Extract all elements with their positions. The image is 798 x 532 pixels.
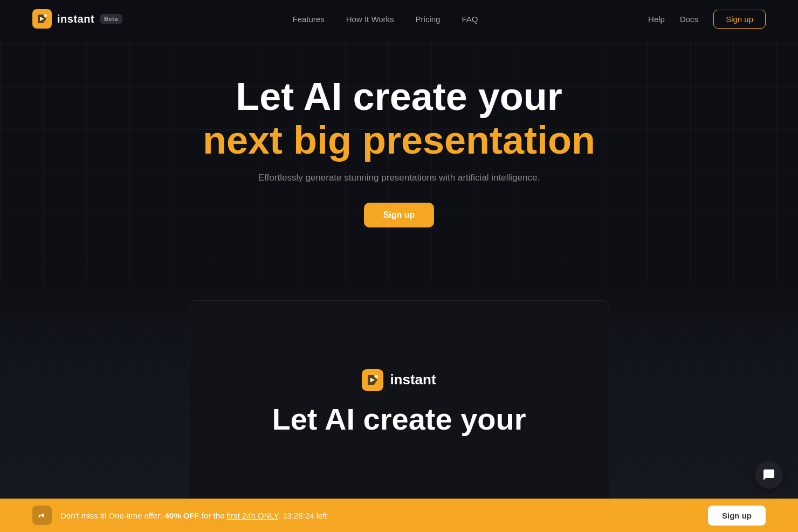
nav-link-pricing[interactable]: Pricing xyxy=(416,15,441,24)
chat-widget-button[interactable] xyxy=(755,461,783,489)
preview-box: instant Let AI create your xyxy=(189,300,609,505)
logo-text: instant xyxy=(57,13,94,25)
preview-logo-area: instant xyxy=(362,369,436,391)
notif-bold: 40% OFF xyxy=(164,511,199,520)
nav-help-link[interactable]: Help xyxy=(648,15,665,24)
notif-text-before: Don't miss it! One-time offer: xyxy=(60,511,164,520)
nav-signup-button[interactable]: Sign up xyxy=(713,10,766,29)
svg-point-3 xyxy=(375,375,379,378)
chat-icon xyxy=(762,468,775,481)
beta-badge: Beta xyxy=(100,14,122,24)
notification-signup-button[interactable]: Sign up xyxy=(708,506,766,526)
svg-point-1 xyxy=(44,14,47,17)
notification-text: Don't miss it! One-time offer: 40% OFF f… xyxy=(60,511,327,520)
hero-subtitle: Effortlessly generate stunning presentat… xyxy=(258,172,540,183)
notif-timer: 13:28:24 left xyxy=(283,511,327,520)
nav-link-how-it-works[interactable]: How It Works xyxy=(346,15,394,24)
notification-left: Don't miss it! One-time offer: 40% OFF f… xyxy=(32,506,327,525)
hero-cta-button[interactable]: Sign up xyxy=(364,203,435,227)
preview-logo-icon xyxy=(362,369,383,391)
nav-link-faq[interactable]: FAQ xyxy=(462,15,478,24)
notification-icon-box xyxy=(32,506,52,525)
preview-logo-text: instant xyxy=(390,371,436,388)
hero-title-line1: Let AI create your xyxy=(236,75,562,118)
hero-title-line2: next big presentation xyxy=(203,118,595,163)
nav-center-links: Features How It Works Pricing FAQ xyxy=(293,15,478,24)
nav-docs-link[interactable]: Docs xyxy=(680,15,698,24)
preview-headline: Let AI create your xyxy=(272,402,526,437)
preview-section: instant Let AI create your xyxy=(0,284,798,532)
notif-underline: first 24h ONLY xyxy=(227,511,278,520)
notification-bar: Don't miss it! One-time offer: 40% OFF f… xyxy=(0,499,798,532)
nav-logo-area: instant Beta xyxy=(32,9,122,29)
megaphone-icon xyxy=(37,510,47,520)
notif-text-middle: for the xyxy=(200,511,227,520)
nav-link-features[interactable]: Features xyxy=(293,15,325,24)
logo-icon xyxy=(32,9,52,29)
nav-right-area: Help Docs Sign up xyxy=(648,10,766,29)
navbar: instant Beta Features How It Works Prici… xyxy=(0,0,798,38)
